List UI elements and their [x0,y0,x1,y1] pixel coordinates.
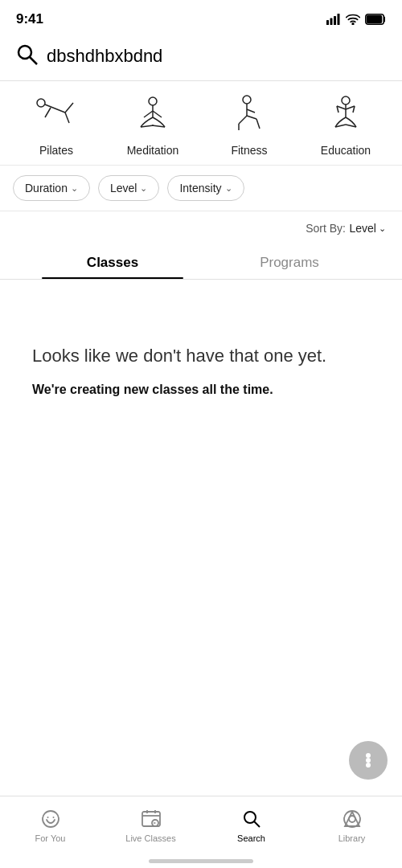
svg-point-36 [367,754,370,757]
level-chevron-icon: ⌄ [140,183,147,194]
svg-line-16 [141,125,154,127]
svg-line-32 [346,106,355,109]
sort-row: Sort By: Level ⌄ [0,211,402,245]
education-icon [322,92,369,139]
svg-point-27 [342,96,350,104]
meditation-icon [129,92,176,139]
svg-rect-0 [326,20,329,25]
duration-chevron-icon: ⌄ [71,183,78,194]
status-time: 9:41 [16,11,43,27]
education-label: Education [321,144,371,157]
svg-marker-49 [345,812,359,826]
svg-line-24 [239,116,247,124]
svg-rect-41 [142,812,160,826]
category-meditation[interactable]: Meditation [105,92,201,157]
status-bar: 9:41 [0,0,402,35]
search-bar[interactable]: dbshdhbxbdnd [0,35,402,81]
search-icon-large [16,43,39,69]
sort-chevron-icon: ⌄ [376,223,386,234]
tabs-row: Classes Programs [0,245,402,280]
svg-point-37 [367,764,370,767]
search-nav-icon [240,808,263,830]
tab-classes[interactable]: Classes [24,245,201,279]
svg-point-14 [149,97,157,105]
svg-point-9 [37,99,45,107]
svg-line-19 [153,111,162,117]
svg-line-12 [65,113,69,123]
fitness-icon [226,92,273,139]
svg-point-7 [18,46,31,59]
svg-point-4 [352,23,354,25]
svg-point-39 [47,817,48,818]
svg-line-22 [247,116,256,119]
for-you-label: For You [35,833,66,843]
svg-line-18 [144,111,153,117]
svg-point-35 [367,759,370,762]
meditation-label: Meditation [127,144,179,157]
for-you-icon [39,808,62,830]
intensity-chevron-icon: ⌄ [225,183,232,194]
pilates-label: Pilates [39,144,73,157]
tab-programs[interactable]: Programs [201,245,378,279]
floating-action-button[interactable] [349,741,388,780]
sort-prefix: Sort By: [306,222,346,235]
svg-line-13 [45,108,51,117]
empty-sub-text: We're creating new classes all the time. [32,381,273,399]
svg-point-38 [43,811,59,827]
svg-point-20 [243,96,251,104]
library-label: Library [338,833,366,843]
svg-rect-1 [330,18,333,26]
wifi-icon [346,14,360,25]
battery-icon [365,14,386,25]
status-icons [326,14,386,25]
svg-point-46 [244,812,256,823]
empty-main-text: Looks like we don't have that one yet. [32,344,326,368]
bottom-nav: For You Live Classes Search [0,796,402,868]
intensity-filter[interactable]: Intensity ⌄ [167,175,244,201]
fitness-label: Fitness [231,144,267,157]
svg-point-40 [52,817,54,818]
live-classes-label: Live Classes [125,833,175,843]
svg-point-50 [349,816,355,822]
svg-line-47 [254,821,260,827]
filter-row: Duration ⌄ Level ⌄ Intensity ⌄ [0,166,402,211]
pilates-icon [33,92,80,139]
duration-filter[interactable]: Duration ⌄ [13,175,90,201]
svg-rect-6 [367,16,382,23]
nav-library[interactable]: Library [302,805,402,846]
category-row: Pilates Meditation [0,81,402,166]
nav-search[interactable]: Search [201,805,302,846]
search-label: Search [237,833,265,843]
nav-live-classes[interactable]: Live Classes [100,805,201,846]
svg-line-26 [247,109,255,113]
svg-line-11 [65,103,73,113]
search-query: dbshdhbxbdnd [47,46,386,67]
signal-icon [326,14,341,25]
svg-line-17 [152,125,165,127]
svg-rect-2 [334,16,336,25]
svg-line-23 [256,119,260,129]
svg-rect-3 [338,14,340,25]
library-icon [341,808,363,830]
sort-value[interactable]: Level [349,222,375,235]
empty-state: Looks like we don't have that one yet. W… [0,280,402,431]
home-indicator [149,859,253,863]
category-fitness[interactable]: Fitness [201,92,297,157]
live-classes-icon [140,808,162,830]
level-filter[interactable]: Level ⌄ [98,175,159,201]
nav-for-you[interactable]: For You [0,805,100,846]
category-pilates[interactable]: Pilates [8,92,105,157]
category-education[interactable]: Education [297,92,394,157]
svg-line-8 [30,57,37,64]
svg-line-31 [337,106,346,109]
